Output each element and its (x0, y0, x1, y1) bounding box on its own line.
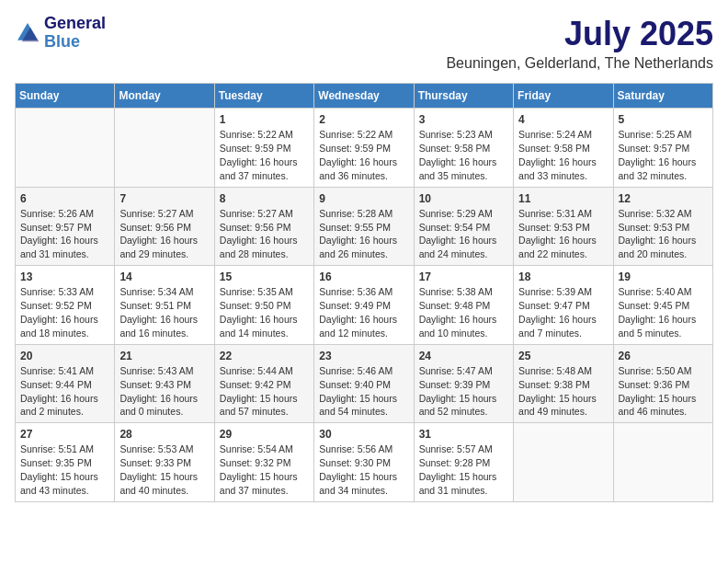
calendar-day-cell: 18Sunrise: 5:39 AMSunset: 9:47 PMDayligh… (514, 266, 613, 345)
calendar-week-row: 6Sunrise: 5:26 AMSunset: 9:57 PMDaylight… (16, 187, 713, 266)
day-header-friday: Friday (514, 84, 613, 109)
day-sunset: Sunset: 9:39 PM (419, 379, 491, 390)
day-number: 20 (20, 349, 109, 363)
day-header-tuesday: Tuesday (214, 84, 313, 109)
calendar-header-row: SundayMondayTuesdayWednesdayThursdayFrid… (16, 84, 713, 109)
day-sunrise: Sunrise: 5:51 AM (20, 443, 94, 454)
calendar-week-row: 1Sunrise: 5:22 AMSunset: 9:59 PMDaylight… (16, 109, 713, 188)
calendar-week-row: 27Sunrise: 5:51 AMSunset: 9:35 PMDayligh… (16, 423, 713, 502)
calendar-day-cell: 20Sunrise: 5:41 AMSunset: 9:44 PMDayligh… (16, 344, 115, 423)
calendar-day-cell: 7Sunrise: 5:27 AMSunset: 9:56 PMDaylight… (115, 187, 214, 266)
day-sunrise: Sunrise: 5:40 AM (619, 286, 692, 297)
day-sunrise: Sunrise: 5:43 AM (119, 365, 193, 376)
day-number: 10 (419, 191, 508, 206)
day-daylight: Daylight: 15 hours and 54 minutes. (319, 393, 397, 418)
location-subtitle: Beuningen, Gelderland, The Netherlands (446, 55, 713, 72)
day-sunset: Sunset: 9:30 PM (319, 457, 391, 468)
day-sunset: Sunset: 9:59 PM (319, 143, 391, 154)
day-sunset: Sunset: 9:58 PM (518, 143, 590, 154)
calendar-day-cell: 30Sunrise: 5:56 AMSunset: 9:30 PMDayligh… (314, 423, 414, 502)
day-sunset: Sunset: 9:43 PM (119, 379, 191, 390)
day-sunset: Sunset: 9:32 PM (220, 457, 291, 468)
day-number: 9 (319, 191, 408, 206)
day-sunrise: Sunrise: 5:24 AM (518, 129, 592, 140)
day-daylight: Daylight: 16 hours and 37 minutes. (220, 156, 298, 181)
day-sunrise: Sunrise: 5:47 AM (419, 365, 493, 376)
day-number: 8 (220, 191, 309, 206)
day-daylight: Daylight: 15 hours and 52 minutes. (419, 393, 497, 418)
day-daylight: Daylight: 15 hours and 37 minutes. (220, 471, 298, 496)
day-sunrise: Sunrise: 5:36 AM (319, 286, 392, 297)
day-number: 28 (119, 427, 209, 442)
calendar-day-cell: 14Sunrise: 5:34 AMSunset: 9:51 PMDayligh… (115, 266, 214, 345)
day-sunset: Sunset: 9:28 PM (419, 457, 491, 468)
page-header: General Blue July 2025 Beuningen, Gelder… (15, 15, 713, 72)
day-sunrise: Sunrise: 5:54 AM (220, 443, 293, 454)
month-year-title: July 2025 (446, 15, 713, 53)
calendar-day-cell: 27Sunrise: 5:51 AMSunset: 9:35 PMDayligh… (16, 423, 115, 502)
day-number: 4 (518, 112, 608, 127)
calendar-day-cell: 10Sunrise: 5:29 AMSunset: 9:54 PMDayligh… (414, 187, 513, 266)
day-sunset: Sunset: 9:56 PM (220, 222, 291, 233)
day-sunset: Sunset: 9:52 PM (20, 300, 92, 311)
day-header-monday: Monday (115, 84, 214, 109)
day-sunset: Sunset: 9:45 PM (619, 300, 690, 311)
calendar-day-cell: 16Sunrise: 5:36 AMSunset: 9:49 PMDayligh… (314, 266, 414, 345)
day-number: 25 (518, 349, 608, 363)
day-sunset: Sunset: 9:40 PM (319, 379, 391, 390)
day-sunrise: Sunrise: 5:39 AM (518, 286, 592, 297)
day-sunrise: Sunrise: 5:35 AM (220, 286, 293, 297)
day-daylight: Daylight: 15 hours and 57 minutes. (220, 393, 298, 418)
day-sunset: Sunset: 9:50 PM (220, 300, 291, 311)
calendar-day-cell: 23Sunrise: 5:46 AMSunset: 9:40 PMDayligh… (314, 344, 414, 423)
calendar-day-cell: 21Sunrise: 5:43 AMSunset: 9:43 PMDayligh… (115, 344, 214, 423)
calendar-day-cell: 5Sunrise: 5:25 AMSunset: 9:57 PMDaylight… (613, 109, 712, 188)
day-header-saturday: Saturday (613, 84, 712, 109)
day-sunset: Sunset: 9:59 PM (220, 143, 291, 154)
day-sunset: Sunset: 9:44 PM (20, 379, 92, 390)
calendar-day-cell: 13Sunrise: 5:33 AMSunset: 9:52 PMDayligh… (16, 266, 115, 345)
logo-text: General Blue (44, 15, 106, 52)
day-sunrise: Sunrise: 5:38 AM (419, 286, 493, 297)
day-number: 24 (419, 349, 508, 363)
calendar-table: SundayMondayTuesdayWednesdayThursdayFrid… (15, 83, 713, 502)
calendar-day-cell: 29Sunrise: 5:54 AMSunset: 9:32 PMDayligh… (214, 423, 313, 502)
day-sunset: Sunset: 9:51 PM (119, 300, 191, 311)
day-sunset: Sunset: 9:47 PM (518, 300, 590, 311)
day-daylight: Daylight: 16 hours and 5 minutes. (619, 314, 697, 339)
day-sunset: Sunset: 9:48 PM (419, 300, 491, 311)
day-daylight: Daylight: 16 hours and 24 minutes. (419, 235, 497, 259)
day-number: 18 (518, 270, 608, 284)
day-number: 26 (619, 349, 708, 363)
day-sunrise: Sunrise: 5:26 AM (20, 208, 94, 219)
day-daylight: Daylight: 16 hours and 20 minutes. (619, 235, 697, 259)
day-sunrise: Sunrise: 5:41 AM (20, 365, 94, 376)
day-daylight: Daylight: 16 hours and 36 minutes. (319, 156, 397, 181)
day-number: 31 (419, 427, 508, 442)
calendar-day-cell: 2Sunrise: 5:22 AMSunset: 9:59 PMDaylight… (314, 109, 414, 188)
day-daylight: Daylight: 15 hours and 49 minutes. (518, 393, 597, 418)
day-daylight: Daylight: 15 hours and 34 minutes. (319, 471, 397, 496)
day-number: 11 (518, 191, 608, 206)
day-daylight: Daylight: 15 hours and 43 minutes. (20, 471, 98, 496)
day-number: 21 (119, 349, 209, 363)
day-sunrise: Sunrise: 5:33 AM (20, 286, 94, 297)
day-sunrise: Sunrise: 5:53 AM (119, 443, 193, 454)
day-daylight: Daylight: 15 hours and 46 minutes. (619, 393, 697, 418)
day-daylight: Daylight: 16 hours and 7 minutes. (518, 314, 597, 339)
day-daylight: Daylight: 16 hours and 12 minutes. (319, 314, 397, 339)
calendar-day-cell: 24Sunrise: 5:47 AMSunset: 9:39 PMDayligh… (414, 344, 513, 423)
calendar-day-cell (115, 109, 214, 188)
day-header-thursday: Thursday (414, 84, 513, 109)
title-area: July 2025 Beuningen, Gelderland, The Net… (446, 15, 713, 72)
day-sunset: Sunset: 9:35 PM (20, 457, 92, 468)
day-sunrise: Sunrise: 5:22 AM (319, 129, 392, 140)
day-number: 3 (419, 112, 508, 127)
day-sunset: Sunset: 9:53 PM (518, 222, 590, 233)
day-daylight: Daylight: 16 hours and 14 minutes. (220, 314, 298, 339)
calendar-week-row: 13Sunrise: 5:33 AMSunset: 9:52 PMDayligh… (16, 266, 713, 345)
day-daylight: Daylight: 16 hours and 10 minutes. (419, 314, 497, 339)
day-sunset: Sunset: 9:55 PM (319, 222, 391, 233)
day-daylight: Daylight: 16 hours and 26 minutes. (319, 235, 397, 259)
calendar-day-cell: 22Sunrise: 5:44 AMSunset: 9:42 PMDayligh… (214, 344, 313, 423)
